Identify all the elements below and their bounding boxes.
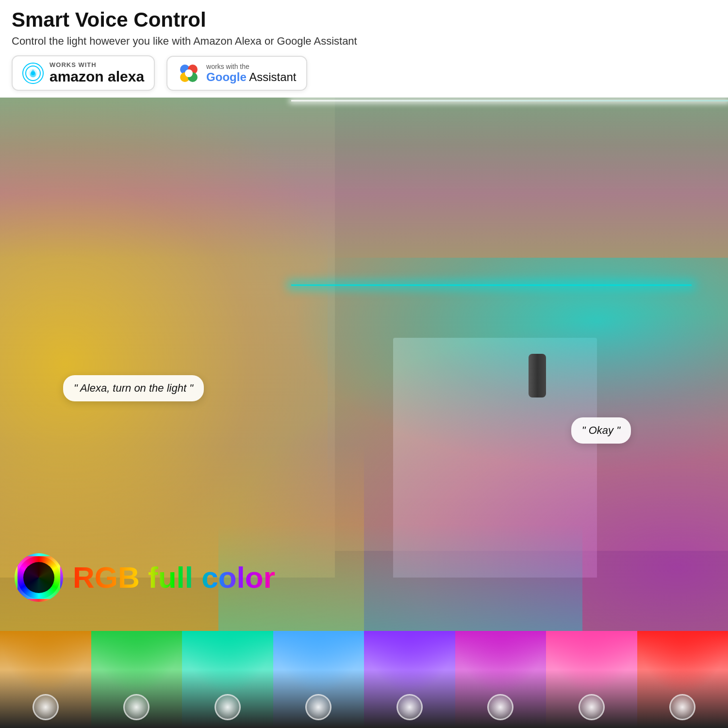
svg-point-7 xyxy=(185,69,193,77)
bulb-icon xyxy=(33,694,59,720)
okay-speech-bubble: " Okay " xyxy=(571,417,631,444)
strip-light-top xyxy=(291,100,728,101)
google-badge-text: works with the Google Assistant xyxy=(206,63,296,84)
color-swatch xyxy=(546,631,637,728)
alexa-brand: amazon alexa xyxy=(50,68,144,85)
page-title: Smart Voice Control xyxy=(12,9,716,31)
color-swatch xyxy=(364,631,455,728)
color-swatch xyxy=(91,631,182,728)
color-swatch xyxy=(182,631,273,728)
header-section: Smart Voice Control Control the light ho… xyxy=(0,0,728,98)
color-swatch xyxy=(455,631,546,728)
alexa-badge-text: WORKS WITH amazon alexa xyxy=(50,61,144,85)
google-badge: works with the Google Assistant xyxy=(166,56,307,91)
bulb-icon xyxy=(215,694,241,720)
bulb-icon xyxy=(397,694,423,720)
color-wheel xyxy=(15,553,63,602)
color-swatches-row xyxy=(0,631,728,728)
badge-row: WORKS WITH amazon alexa xyxy=(12,55,716,91)
google-assistant-label: Google Assistant xyxy=(206,70,296,84)
google-assistant-icon xyxy=(177,62,200,85)
alexa-works-with: WORKS WITH xyxy=(50,61,144,68)
bulb-icon xyxy=(123,694,149,720)
bulb-icon xyxy=(487,694,513,720)
alexa-icon xyxy=(22,63,44,84)
alexa-speech-bubble: " Alexa, turn on the light " xyxy=(63,375,204,401)
rgb-overlay: RGB full color xyxy=(15,553,275,602)
alexa-badge: WORKS WITH amazon alexa xyxy=(12,55,155,91)
bulb-icon xyxy=(579,694,605,720)
bulb-icon xyxy=(669,694,695,720)
google-works-with: works with the xyxy=(206,63,296,70)
header-subtitle: Control the light however you like with … xyxy=(12,35,716,48)
color-swatch xyxy=(0,631,91,728)
page-wrapper: Smart Voice Control Control the light ho… xyxy=(0,0,728,728)
color-swatch xyxy=(273,631,364,728)
rgb-full-color-label: RGB full color xyxy=(73,563,275,593)
top-gradient xyxy=(0,98,728,258)
strip-light-under xyxy=(291,284,692,286)
svg-point-2 xyxy=(31,71,35,75)
bulb-icon xyxy=(305,694,331,720)
color-swatch xyxy=(637,631,728,728)
smart-speaker xyxy=(529,354,546,397)
kitchen-section: " Alexa, turn on the light " " Okay " RG… xyxy=(0,98,728,631)
